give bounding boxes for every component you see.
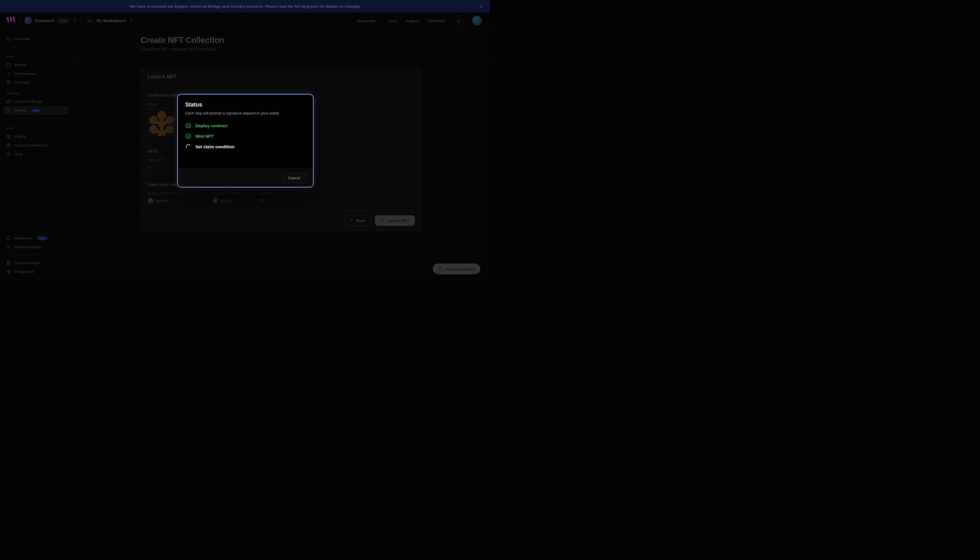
total-nfts-label: Total NFTs <box>148 158 174 162</box>
sidebar-item-project-settings[interactable]: Project Settings <box>3 243 69 251</box>
new-badge: New <box>37 236 48 240</box>
step-mint-nft: Mint NFT <box>185 133 306 139</box>
sidebar-item-tokens[interactable]: Tokens New <box>3 106 69 115</box>
collection-image-thumbnail <box>148 109 175 136</box>
nav-support[interactable]: Support <box>406 19 419 23</box>
divider <box>72 58 490 58</box>
royalties-recipient-label: Royalties Recipient <box>212 192 246 195</box>
divider <box>4 47 68 47</box>
announcement-banner: We have re-branded our Engine, Universal… <box>0 0 490 12</box>
primary-sales-recipient-label: Primary Sales Recipient <box>148 192 200 195</box>
sidebar: Overview Build Wallets Transactions Cont… <box>0 29 72 280</box>
chevron-down-icon <box>377 19 380 22</box>
cancel-button[interactable]: Cancel <box>282 173 306 183</box>
sidebar-item-account-abstraction[interactable]: Account Abstraction <box>3 141 69 150</box>
recipient-avatar <box>148 198 153 203</box>
app-screen: We have re-branded our Engine, Universal… <box>0 0 490 280</box>
card-footer: Back Launch NFT <box>141 210 422 231</box>
upload-icon <box>380 218 385 223</box>
sidebar-item-wallets[interactable]: Wallets <box>3 60 69 69</box>
sidebar-item-label: Vault <box>14 152 23 156</box>
ask-ai-assistant-button[interactable]: Ask AI Assistant <box>433 263 480 274</box>
close-icon[interactable] <box>478 3 484 9</box>
total-nfts-value: 1 <box>148 165 174 169</box>
sidebar-item-label: Project Settings <box>14 245 41 249</box>
header-nav: Resources Docs Support Feedback <box>357 16 482 26</box>
sidebar-item-insight[interactable]: Insight <box>3 132 69 141</box>
step-set-claim-condition: Set claim condition <box>185 143 306 150</box>
card-title: Launch NFT <box>148 74 415 80</box>
sidebar-item-label: Playground <box>14 270 33 274</box>
check-circle-icon <box>185 133 192 139</box>
thirdweb-logo-icon[interactable] <box>6 17 17 25</box>
step-deploy-contract: Deploy contract <box>185 122 306 128</box>
sidebar-item-label: Wallets <box>14 63 27 67</box>
account-avatar[interactable] <box>472 16 482 25</box>
nav-resources[interactable]: Resources <box>357 19 380 23</box>
insight-box-icon <box>6 134 11 139</box>
new-badge: New <box>31 108 42 113</box>
launch-nft-button[interactable]: Launch NFT <box>375 215 415 226</box>
transactions-icon <box>6 71 11 76</box>
sidebar-item-transactions[interactable]: Transactions <box>3 69 69 78</box>
check-circle-icon <box>185 122 192 128</box>
team-scope-name[interactable]: My Marketplace <box>97 18 126 23</box>
status-steps: Deploy contract Mint NFT Set claim condi… <box>185 122 306 150</box>
sidebar-item-vault[interactable]: Vault <box>3 150 69 158</box>
home-icon <box>6 37 11 41</box>
sidebar-item-label: Documentation <box>14 261 40 265</box>
bell-icon <box>457 18 461 23</box>
nav-docs[interactable]: Docs <box>389 19 398 23</box>
royalties-value: 0% <box>258 198 409 202</box>
arrow-left-icon <box>350 218 354 223</box>
project-name[interactable]: Rootstock <box>35 18 54 23</box>
contract-icon <box>6 80 11 85</box>
recipient-avatar <box>212 198 218 203</box>
sidebar-item-documentation[interactable]: Documentation <box>3 258 69 267</box>
project-switcher-chevrons-icon[interactable] <box>73 19 77 23</box>
sidebar-item-playground[interactable]: Playground <box>3 267 69 276</box>
top-header: / Rootstock Free / My Marketplace Resour… <box>0 12 490 29</box>
divider <box>4 118 68 118</box>
sidebar-item-contracts[interactable]: Contracts <box>3 78 69 87</box>
chat-bubble-icon <box>438 267 443 271</box>
nav-feedback[interactable]: Feedback <box>428 19 445 23</box>
scope-switcher-chevrons-icon[interactable] <box>129 19 133 23</box>
sidebar-item-webhooks[interactable]: Webhooks New <box>3 234 69 243</box>
sidebar-section-scale: Scale <box>3 127 69 130</box>
modal-description: Each step will prompt a signature reques… <box>185 111 306 115</box>
bell-icon <box>6 236 11 240</box>
breadcrumb-separator: / <box>79 18 83 24</box>
modal-footer: Cancel <box>178 169 313 187</box>
gear-icon <box>6 245 11 249</box>
modal-title: Status <box>185 102 306 108</box>
page-subtitle: Launch an NFT collection for your projec… <box>141 47 422 52</box>
sidebar-item-label: Universal Bridge <box>14 99 42 103</box>
status-modal: Status Each step will prompt a signature… <box>177 94 313 187</box>
sidebar-item-label: Transactions <box>14 72 36 76</box>
notifications-button[interactable] <box>453 16 464 26</box>
sidebar-item-label: Account Abstraction <box>14 143 48 147</box>
primary-sales-recipient-value: owans <box>148 198 200 203</box>
account-abstraction-icon <box>6 143 11 148</box>
sidebar-item-label: Overview <box>14 37 30 41</box>
sidebar-item-overview[interactable]: Overview <box>3 34 69 43</box>
lock-icon <box>6 152 11 157</box>
wallet-icon <box>6 62 11 67</box>
spinner-icon <box>185 143 192 150</box>
sidebar-item-universal-bridge[interactable]: Universal Bridge <box>3 97 69 106</box>
book-icon <box>6 260 11 265</box>
cube-icon <box>6 269 11 274</box>
cube-icon <box>85 17 94 25</box>
plan-badge: Free <box>57 18 70 23</box>
page-title: Create NFT Collection <box>141 35 422 45</box>
bridge-card-icon <box>6 99 11 104</box>
announcement-text: We have re-branded our Engine, Universal… <box>130 4 360 8</box>
project-avatar[interactable] <box>25 17 32 24</box>
royalties-recipient-value: owans <box>212 198 246 203</box>
sidebar-item-label: Contracts <box>14 80 31 85</box>
sidebar-section-build: Build <box>3 55 69 58</box>
breadcrumb: / Rootstock Free / My Marketplace <box>6 17 133 25</box>
back-button[interactable]: Back <box>344 215 371 226</box>
sidebar-section-monetize: Monetize <box>3 92 69 95</box>
